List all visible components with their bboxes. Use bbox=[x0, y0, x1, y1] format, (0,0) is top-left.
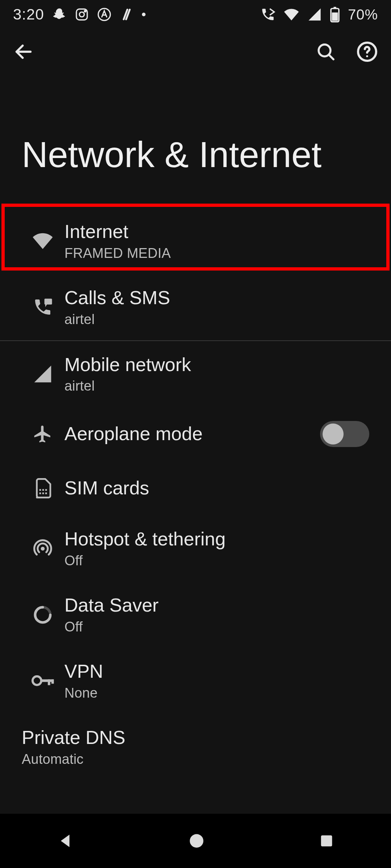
sim-card-icon bbox=[21, 478, 64, 498]
svg-point-1 bbox=[79, 12, 84, 17]
svg-rect-5 bbox=[333, 7, 336, 9]
app-notification-n-icon bbox=[119, 7, 134, 22]
row-hotspot-sub: Off bbox=[64, 553, 369, 569]
row-airplane-mode[interactable]: Aeroplane mode bbox=[0, 407, 391, 461]
cell-signal-icon bbox=[307, 7, 322, 22]
row-dns-title: Private DNS bbox=[22, 727, 369, 749]
more-notifications-dot bbox=[142, 13, 146, 16]
row-datasaver-sub: Off bbox=[64, 619, 369, 635]
row-private-dns[interactable]: Private DNS Automatic bbox=[0, 714, 391, 780]
svg-point-22 bbox=[190, 834, 203, 848]
help-button[interactable] bbox=[356, 41, 378, 64]
row-mobile-sub: airtel bbox=[64, 378, 369, 394]
vpn-key-icon bbox=[21, 673, 64, 688]
row-hotspot[interactable]: Hotspot & tethering Off bbox=[0, 515, 391, 582]
row-sim-title: SIM cards bbox=[64, 477, 369, 499]
svg-rect-16 bbox=[45, 493, 47, 494]
row-internet-sub: FRAMED MEDIA bbox=[64, 246, 369, 261]
row-calls-title: Calls & SMS bbox=[64, 287, 369, 309]
battery-icon bbox=[330, 7, 340, 22]
app-bar bbox=[0, 29, 391, 76]
wifi-icon bbox=[21, 230, 64, 252]
data-saver-icon bbox=[21, 605, 64, 625]
row-vpn-title: VPN bbox=[64, 661, 369, 682]
row-calls-sub: airtel bbox=[64, 312, 369, 327]
svg-rect-6 bbox=[332, 13, 338, 21]
svg-rect-20 bbox=[48, 680, 50, 685]
row-sim-cards[interactable]: SIM cards bbox=[0, 461, 391, 515]
row-hotspot-title: Hotspot & tethering bbox=[64, 528, 369, 550]
svg-rect-23 bbox=[321, 835, 332, 847]
svg-rect-21 bbox=[51, 680, 54, 684]
svg-rect-13 bbox=[45, 489, 47, 491]
svg-point-9 bbox=[366, 55, 368, 58]
svg-rect-11 bbox=[39, 489, 41, 491]
nav-back-button[interactable] bbox=[56, 831, 75, 850]
airplane-icon bbox=[21, 424, 64, 444]
status-bar: 3:20 70% bbox=[0, 0, 391, 29]
row-mobile-network[interactable]: Mobile network airtel bbox=[0, 341, 391, 407]
toggle-knob bbox=[323, 424, 344, 444]
row-mobile-title: Mobile network bbox=[64, 354, 369, 376]
row-vpn[interactable]: VPN None bbox=[0, 648, 391, 714]
app-notification-a-icon bbox=[97, 7, 112, 22]
search-button[interactable] bbox=[316, 42, 336, 63]
row-airplane-title: Aeroplane mode bbox=[64, 423, 320, 445]
svg-rect-10 bbox=[45, 299, 52, 305]
battery-percent: 70% bbox=[348, 7, 378, 23]
nav-home-button[interactable] bbox=[188, 832, 206, 850]
navigation-bar bbox=[0, 814, 391, 868]
svg-point-17 bbox=[41, 546, 45, 550]
row-calls-sms[interactable]: Calls & SMS airtel bbox=[0, 274, 391, 340]
svg-rect-15 bbox=[42, 493, 44, 494]
svg-point-18 bbox=[33, 676, 41, 685]
row-dns-sub: Automatic bbox=[22, 752, 369, 767]
row-internet-title: Internet bbox=[64, 221, 369, 243]
row-data-saver[interactable]: Data Saver Off bbox=[0, 582, 391, 648]
back-button[interactable] bbox=[13, 41, 34, 64]
wifi-full-icon bbox=[283, 7, 299, 22]
wifi-calling-icon bbox=[260, 7, 276, 22]
row-datasaver-title: Data Saver bbox=[64, 595, 369, 616]
page-title: Network & Internet bbox=[0, 76, 391, 208]
svg-rect-12 bbox=[42, 489, 44, 491]
svg-rect-14 bbox=[39, 493, 41, 494]
row-vpn-sub: None bbox=[64, 685, 369, 701]
nav-recents-button[interactable] bbox=[318, 833, 335, 849]
airplane-toggle[interactable] bbox=[320, 421, 369, 447]
svg-point-2 bbox=[84, 10, 86, 12]
row-internet[interactable]: Internet FRAMED MEDIA bbox=[0, 208, 391, 274]
snapchat-icon bbox=[52, 7, 67, 22]
status-time: 3:20 bbox=[13, 6, 44, 23]
phone-sms-icon bbox=[21, 297, 64, 317]
cell-signal-icon bbox=[21, 364, 64, 384]
hotspot-icon bbox=[21, 539, 64, 559]
instagram-icon bbox=[75, 7, 89, 22]
